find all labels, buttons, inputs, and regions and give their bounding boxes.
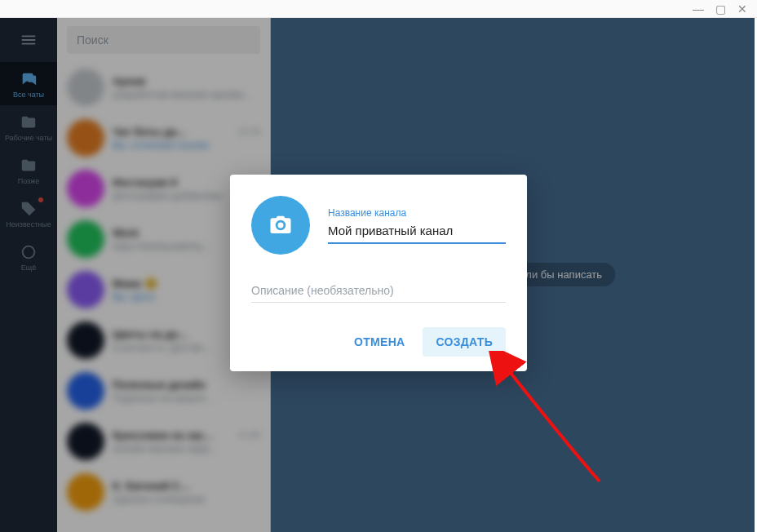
channel-description-input[interactable] xyxy=(251,279,506,303)
create-button[interactable]: СОЗДАТЬ xyxy=(423,327,506,357)
window-minimize-button[interactable]: — xyxy=(693,3,704,15)
create-channel-modal: Название канала ОТМЕНА СОЗДАТЬ xyxy=(230,175,527,371)
channel-photo-button[interactable] xyxy=(251,196,310,255)
cancel-button[interactable]: ОТМЕНА xyxy=(341,327,418,357)
camera-icon xyxy=(268,213,293,237)
channel-name-label: Название канала xyxy=(328,207,506,219)
window-close-button[interactable]: ✕ xyxy=(737,3,747,15)
window-maximize-button[interactable]: ▢ xyxy=(715,3,726,15)
window-titlebar: — ▢ ✕ xyxy=(0,0,757,18)
channel-name-input[interactable] xyxy=(328,222,506,244)
